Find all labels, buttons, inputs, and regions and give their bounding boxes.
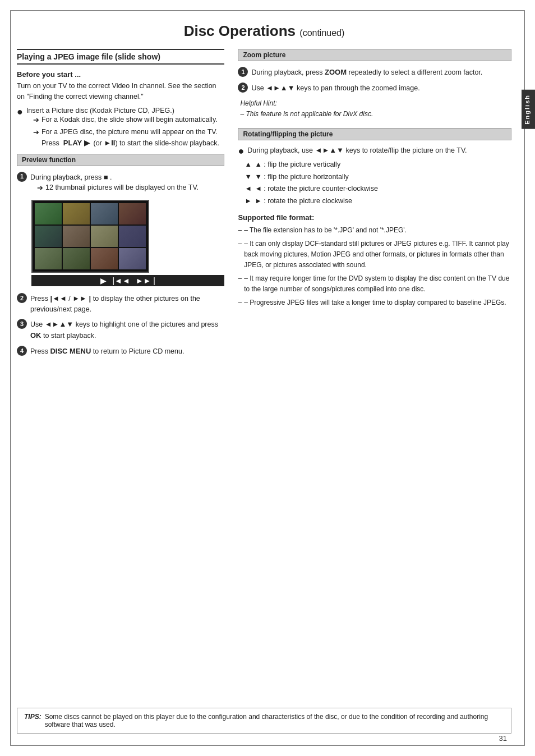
arrow-icon-3: ➔ — [37, 182, 43, 194]
supported1-text: – The file extension has to be '*.JPG' a… — [244, 225, 407, 236]
thumb-12 — [119, 248, 146, 269]
supported-1: – – The file extension has to be '*.JPG'… — [238, 225, 511, 236]
supported3-text: – It may require longer time for the DVD… — [244, 273, 511, 294]
step-num-1: 1 — [17, 172, 27, 182]
flip-vertical-item: ▲ ▲ : flip the picture vertically — [245, 159, 511, 170]
bullet1-text: Insert a Picture disc (Kodak Picture CD,… — [26, 107, 225, 114]
step-num-2: 2 — [17, 293, 27, 303]
dash-1: – — [238, 225, 242, 236]
page-number: 31 — [499, 734, 507, 743]
thumb-7 — [91, 226, 118, 247]
step-num-4: 4 — [17, 346, 27, 356]
rotate-clock-item: ► ► : rotate the picture clockwise — [245, 196, 511, 207]
right-column: Zoom picture 1 During playback, press ZO… — [238, 49, 511, 361]
thumb-8 — [119, 226, 146, 247]
bullet1-sub1: ➔ For a Kodak disc, the slide show will … — [33, 114, 225, 126]
thumb-prev-btn[interactable]: |◄◄ — [110, 276, 131, 285]
title-text: Disc Operations — [184, 22, 296, 39]
supported-title: Supported file format: — [238, 213, 511, 222]
helpful-hint-text: – This feature is not applicable for Div… — [240, 109, 511, 120]
helpful-hint-label: Helpful Hint: — [240, 98, 511, 109]
rotate-counter-text: ◄ : rotate the picture counter-clockwise — [255, 184, 377, 194]
rotate-intro-text: During playback, use ◄►▲▼ keys to rotate… — [247, 146, 467, 154]
page-border-left — [10, 10, 11, 746]
left-section-heading: Playing a JPEG image file (slide show) — [17, 49, 224, 65]
supported-2: – – It can only display DCF-standard sti… — [238, 239, 511, 270]
bullet-item-1: ● Insert a Picture disc (Kodak Picture C… — [17, 107, 224, 150]
before-start-label: Before you start ... — [17, 70, 224, 79]
english-tab: English — [522, 90, 535, 129]
arrow-icon-2: ➔ — [33, 127, 39, 138]
flip-horizontal-item: ▼ ▼ : flip the picture horizontally — [245, 172, 511, 182]
zoom-step-num-1: 1 — [238, 67, 248, 77]
supported2-text: – It can only display DCF-standard still… — [244, 239, 511, 270]
thumb-4 — [119, 203, 146, 224]
supported-4: – – Progressive JPEG files will take a l… — [238, 297, 511, 308]
up-arrow-sym: ▲ — [245, 159, 252, 170]
supported4-text: – Progressive JPEG files will take a lon… — [244, 297, 506, 308]
thumbnail-container: ▶ |◄◄ ►► | — [31, 200, 224, 286]
main-content: Disc Operations (continued) Playing a JP… — [17, 17, 511, 739]
preview-section-box: Preview function — [17, 154, 224, 166]
flip-horizontal-text: ▼ : flip the picture horizontally — [255, 172, 348, 182]
step4-text: Press DISC MENU to return to Picture CD … — [30, 346, 184, 357]
dash-3: – — [238, 273, 242, 294]
page-border-bottom — [10, 745, 525, 746]
tips-box: TIPS: Some discs cannot be played on thi… — [17, 708, 511, 734]
thumb-6 — [63, 226, 90, 247]
thumb-1 — [35, 203, 62, 224]
zoom-step2-row: 2 Use ◄►▲▼ keys to pan through the zoome… — [238, 83, 511, 94]
step-num-3: 3 — [17, 319, 27, 329]
arrow-icon-1: ➔ — [33, 114, 39, 126]
zoom-step2-text: Use ◄►▲▼ keys to pan through the zoomed … — [251, 83, 419, 94]
thumbnail-grid — [31, 200, 149, 273]
thumb-play-btn[interactable]: ▶ — [99, 276, 108, 285]
left-arrow-sym: ◄ — [245, 184, 252, 194]
step1-text: During playback, press ■ . — [30, 172, 199, 183]
tips-text: Some discs cannot be played on this play… — [45, 713, 504, 728]
dash-4: – — [238, 297, 242, 308]
helpful-hint: Helpful Hint: – This feature is not appl… — [240, 98, 511, 120]
step-2-row: 2 Press |◄◄ / ►► | to display the other … — [17, 293, 224, 315]
zoom-section-box: Zoom picture — [238, 49, 511, 61]
page-title: Disc Operations (continued) — [17, 17, 511, 40]
zoom-step-num-2: 2 — [238, 83, 248, 93]
bullet-dot-1: ● — [17, 107, 23, 117]
thumb-11 — [91, 248, 118, 269]
right-arrow-sym: ► — [245, 196, 252, 207]
step3-text: Use ◄►▲▼ keys to highlight one of the pi… — [30, 319, 224, 341]
thumb-controls: ▶ |◄◄ ►► | — [31, 275, 224, 286]
bullet-dot-rotate: ● — [238, 146, 244, 156]
thumb-3 — [91, 203, 118, 224]
thumb-10 — [63, 248, 90, 269]
two-col-layout: Playing a JPEG image file (slide show) B… — [17, 49, 511, 361]
step-3-row: 3 Use ◄►▲▼ keys to highlight one of the … — [17, 319, 224, 341]
supported-3: – – It may require longer time for the D… — [238, 273, 511, 294]
step2-text: Press |◄◄ / ►► | to display the other pi… — [30, 293, 224, 315]
step1-sub: ➔ 12 thumbnail pictures will be displaye… — [37, 182, 199, 194]
left-column: Playing a JPEG image file (slide show) B… — [17, 49, 224, 361]
rotate-clock-text: ► : rotate the picture clockwise — [255, 196, 352, 207]
flip-vertical-text: ▲ : flip the picture vertically — [255, 159, 340, 170]
dash-2: – — [238, 239, 242, 270]
thumb-2 — [63, 203, 90, 224]
step-4-row: 4 Press DISC MENU to return to Picture C… — [17, 346, 224, 357]
page-border-top — [10, 10, 525, 11]
rotate-intro-row: ● During playback, use ◄►▲▼ keys to rota… — [238, 146, 511, 156]
thumb-5 — [35, 226, 62, 247]
step-1-row: 1 During playback, press ■ . ➔ 12 thumbn… — [17, 172, 224, 195]
rotate-section-box: Rotating/flipping the picture — [238, 128, 511, 140]
bullet1-sub2: ➔ For a JPEG disc, the picture menu will… — [33, 127, 225, 149]
thumb-9 — [35, 248, 62, 269]
zoom-step1-text: During playback, press ZOOM repeatedly t… — [251, 67, 482, 78]
tips-label: TIPS: — [24, 713, 41, 721]
zoom-step1-row: 1 During playback, press ZOOM repeatedly… — [238, 67, 511, 78]
bullet1-sub1-text: For a Kodak disc, the slide show will be… — [41, 114, 218, 125]
bullet1-sub2-text: For a JPEG disc, the picture menu will a… — [41, 127, 225, 149]
step1-sub-text: 12 thumbnail pictures will be displayed … — [45, 182, 199, 193]
before-start-text: Turn on your TV to the correct Video In … — [17, 81, 224, 102]
thumb-next-btn[interactable]: ►► | — [134, 276, 157, 285]
title-continued: (continued) — [299, 28, 344, 38]
down-arrow-sym: ▼ — [245, 172, 252, 182]
rotate-counter-item: ◄ ◄ : rotate the picture counter-clockwi… — [245, 184, 511, 194]
